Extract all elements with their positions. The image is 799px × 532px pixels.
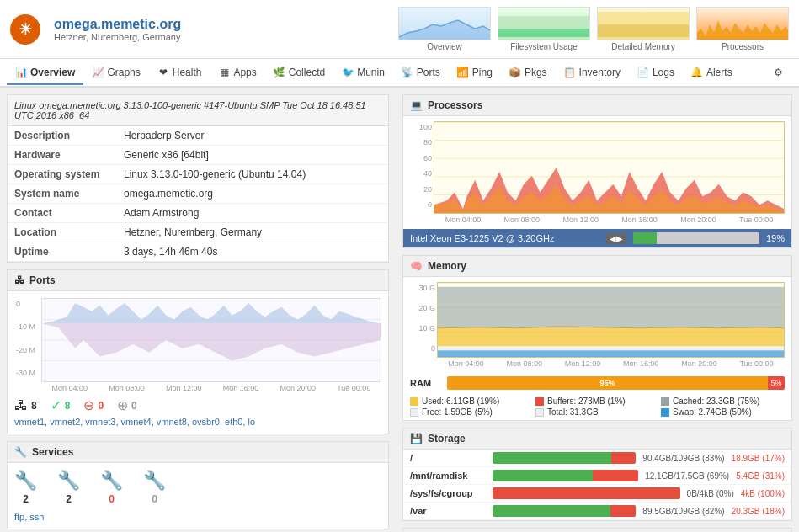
alerts-icon: 🔔 [691,66,703,78]
ports-section: 🖧 Ports 0 -10 M -20 M -30 M [7,269,389,434]
site-logo: ☀ [10,14,40,45]
mem-swatch-cached [661,397,669,406]
nav-health[interactable]: ❤ Health [149,61,210,85]
storage-used-bar [493,505,610,517]
storage-row: /sys/fs/cgroup 0B/4kB (0%) 4kB (100%) [403,485,791,503]
sysinfo-row: HardwareGeneric x86 [64bit] [8,146,388,165]
service-crit-icon: 🔧 [100,470,123,492]
memory-title: 🧠 Memory [403,256,791,277]
mini-chart-traffic: Overview [398,7,491,51]
ports-chart-container: 0 -10 M -20 M -30 M [14,298,381,392]
nav-ping-label: Ping [472,66,493,78]
nav-graphs[interactable]: 📈 Graphs [83,61,148,85]
processors-title: 💻 Processors [403,95,791,116]
sysinfo-row: System nameomega.memetic.org [8,184,388,204]
main-content: Linux omega.memetic.org 3.13.0-100-gener… [0,88,799,532]
nav-health-label: Health [173,66,202,78]
mini-chart-processors: Processors [696,7,789,51]
nav-alerts[interactable]: 🔔 Alerts [683,61,741,85]
sysinfo-row: ContactAdam Armstrong [8,204,388,223]
traffic-label: Overview [398,42,491,51]
mem-swatch-free [410,408,418,417]
storage-used-bar [493,470,593,481]
sysinfo-label: Operating system [8,165,117,184]
svg-rect-2 [498,29,590,37]
nav-ping[interactable]: 📶 Ping [449,61,501,85]
svg-rect-26 [438,287,784,328]
storage-extra-label: 18.9GB (17%) [732,454,785,463]
service-crit: 🔧 0 [100,470,123,505]
ports-icon: 🖧 [14,274,24,286]
sysinfo-row: Uptime3 days, 14h 46m 40s [8,242,388,262]
nav-pkgs[interactable]: 📦 Pkgs [501,61,556,85]
navigation: 📊 Overview 📈 Graphs ❤ Health ▦ Apps 🌿 Co… [0,59,799,88]
proc-chart: Mon 04:00Mon 08:00Mon 12:00Mon 16:00Mon … [434,121,785,224]
service-disabled: 🔧 0 [143,470,166,505]
service-ok: 🔧 2 [14,470,37,505]
storage-extra-label: 4kB (100%) [741,489,785,498]
memory-label: Detailed Memory [597,42,690,51]
cpu-bar-inner [633,232,658,244]
ram-free-bar: 5% [768,376,785,390]
storage-used-bar [493,452,611,464]
storage-extra-label: 5.4GB (31%) [736,471,785,481]
nav-inventory-label: Inventory [579,66,621,78]
sysinfo-label: Uptime [8,242,117,262]
nav-ports[interactable]: 📡 Ports [393,61,449,85]
health-icon: ❤ [157,66,169,78]
nav-collectd[interactable]: 🌿 Collectd [265,61,333,85]
mem-stat-cached: Cached: 23.3GB (75%) [661,396,785,406]
nav-logs[interactable]: 📄 Logs [629,61,683,85]
cpu-collapse-btn[interactable]: ◀▶ [606,233,626,244]
service-disabled-value: 0 [152,493,157,505]
storage-name: / [410,453,486,463]
sysinfo-row: LocationHetzner, Nuremberg, Germany [8,223,388,242]
ram-label: RAM [410,378,440,388]
ports-links[interactable]: vmnet1, vmnet2, vmnet3, vmnet4, vmnet8, … [14,417,381,427]
storage-bar [493,470,638,481]
nav-munin[interactable]: 🐦 Munin [333,61,393,85]
services-links[interactable]: ftp, ssh [8,512,388,529]
storage-name: /var [410,506,486,516]
processor-chart-container: 100 80 60 40 20 0 [410,121,785,224]
service-warn-icon: 🔧 [57,470,80,492]
storage-row: /mnt/ramdisk 12.1GB/17.5GB (69%) 5.4GB (… [403,467,791,485]
proc-yaxis: 100 80 60 40 20 0 [410,121,434,210]
sys-banner: Linux omega.memetic.org 3.13.0-100-gener… [8,95,388,126]
cpu-bar-row: Intel Xeon E3-1225 V2 @ 3.20GHz ◀▶ 19% [403,229,791,247]
mem-stat-free: Free: 1.59GB (5%) [410,407,534,417]
mem-stat-total: Total: 31.3GB [535,407,659,417]
mem-label-used: Used: 6.11GB (19%) [422,396,499,406]
ports-up-icon: ✓ [51,397,61,413]
storage-extra-bar [611,452,636,464]
ports-yaxis: 0 -10 M -20 M -30 M [14,298,41,379]
sysinfo-value: Adam Armstrong [117,204,388,223]
filesystem-chart [498,7,590,40]
ports-total: 🖧 8 [14,398,37,413]
storage-name: /mnt/ramdisk [410,471,486,481]
mem-swatch-used [410,397,418,406]
mem-stat-used: Used: 6.11GB (19%) [410,396,534,406]
apps-icon: ▦ [218,66,230,78]
sysinfo-label: Description [8,126,117,146]
graphs-icon: 📈 [92,66,104,78]
temperature-section: 🌡 Temperature [402,528,792,532]
service-disabled-icon: 🔧 [143,470,166,492]
hostname: omega.memetic.org [54,17,181,32]
ports-total-icon: 🖧 [14,398,28,413]
storage-extra-bar [593,470,638,481]
storage-bar [493,487,680,499]
mem-label-swap: Swap: 2.74GB (50%) [673,407,752,417]
memory-chart [597,7,690,40]
mem-swatch-buffers [535,397,544,406]
mem-stat-swap: Swap: 2.74GB (50%) [661,407,785,417]
nav-overview-label: Overview [30,66,75,78]
nav-settings[interactable]: ⚙ [764,61,792,85]
service-crit-value: 0 [109,493,115,505]
storage-title-icon: 💾 [410,433,423,444]
nav-apps[interactable]: ▦ Apps [210,61,264,85]
nav-overview[interactable]: 📊 Overview [7,61,83,85]
sysinfo-value: Linux 3.13.0-100-generic (Ubuntu 14.04) [117,165,388,184]
ram-bar-row: RAM 95% 5% [403,373,791,393]
nav-inventory[interactable]: 📋 Inventory [556,61,629,85]
